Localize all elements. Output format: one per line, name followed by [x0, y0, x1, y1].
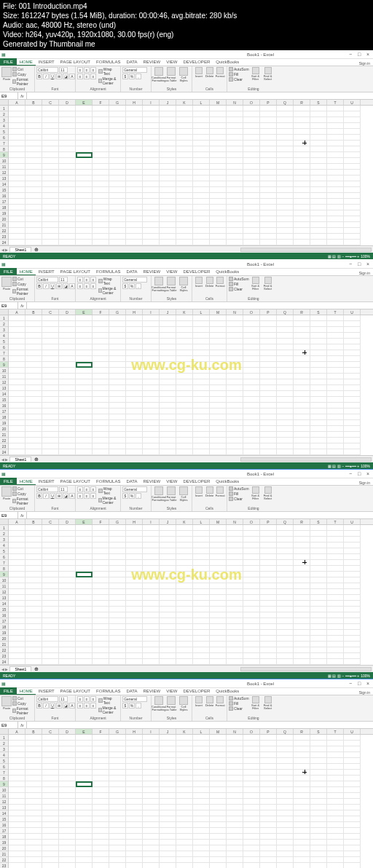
cell[interactable]	[176, 636, 193, 642]
cell[interactable]	[277, 572, 294, 577]
cell[interactable]	[344, 117, 361, 123]
cell[interactable]	[277, 449, 294, 455]
cell[interactable]	[310, 135, 327, 141]
cell[interactable]	[76, 228, 93, 234]
cell[interactable]	[42, 141, 59, 146]
cell[interactable]	[294, 397, 310, 403]
cell[interactable]	[42, 595, 59, 601]
cell[interactable]	[9, 618, 25, 624]
cell[interactable]	[126, 356, 143, 362]
cell[interactable]	[109, 187, 126, 193]
cell[interactable]	[143, 222, 160, 228]
cell[interactable]	[76, 840, 93, 845]
cell[interactable]	[143, 350, 160, 356]
cell[interactable]	[210, 146, 227, 152]
cell[interactable]	[327, 642, 344, 647]
col-header-D[interactable]: D	[59, 729, 76, 734]
cell[interactable]	[310, 537, 327, 542]
cell[interactable]	[109, 735, 126, 741]
cell[interactable]	[327, 362, 344, 368]
row-header-19[interactable]: 19	[0, 840, 8, 845]
cell[interactable]	[176, 391, 193, 397]
cell[interactable]	[9, 816, 25, 822]
col-header-C[interactable]: C	[42, 729, 59, 734]
cell[interactable]	[344, 199, 361, 205]
cell[interactable]	[160, 828, 176, 834]
cell[interactable]	[227, 822, 243, 828]
tab-page-layout[interactable]: PAGE LAYOUT	[58, 268, 93, 275]
row-header-14[interactable]: 14	[0, 391, 8, 397]
cell[interactable]	[260, 863, 277, 868]
cell[interactable]	[109, 542, 126, 548]
cell[interactable]	[109, 175, 126, 181]
cell[interactable]	[227, 117, 243, 123]
cell[interactable]	[42, 240, 59, 245]
file-tab[interactable]: FILE	[0, 268, 17, 275]
cell[interactable]	[327, 840, 344, 845]
cell[interactable]	[243, 793, 260, 799]
cell[interactable]	[76, 187, 93, 193]
col-header-O[interactable]: O	[243, 100, 260, 105]
row-header-9[interactable]: 9	[0, 152, 8, 158]
cell[interactable]	[76, 356, 93, 362]
cell[interactable]	[42, 735, 59, 741]
cell[interactable]	[344, 758, 361, 764]
cell[interactable]	[310, 863, 327, 868]
cell[interactable]	[310, 816, 327, 822]
cell[interactable]	[310, 612, 327, 618]
number-format-select[interactable]: General	[122, 277, 147, 283]
cell[interactable]	[243, 752, 260, 758]
cell[interactable]	[277, 420, 294, 426]
cell[interactable]	[310, 199, 327, 205]
cell[interactable]	[294, 193, 310, 199]
cell[interactable]	[277, 432, 294, 438]
maximize-button[interactable]: □	[356, 471, 363, 477]
align-left[interactable]: ≡	[77, 703, 83, 709]
cell[interactable]	[176, 647, 193, 653]
tab-insert[interactable]: INSERT	[36, 58, 58, 66]
cell[interactable]	[9, 414, 25, 420]
cell[interactable]	[76, 339, 93, 344]
cell[interactable]	[76, 548, 93, 554]
row-header-15[interactable]: 15	[0, 607, 8, 612]
cell[interactable]	[126, 409, 143, 414]
cell[interactable]	[210, 327, 227, 333]
col-header-C[interactable]: C	[42, 309, 59, 315]
cell[interactable]	[294, 141, 310, 146]
cell[interactable]	[126, 845, 143, 851]
cell[interactable]	[243, 350, 260, 356]
cell[interactable]	[59, 845, 76, 851]
cell[interactable]	[260, 845, 277, 851]
cell[interactable]	[143, 135, 160, 141]
cell[interactable]	[243, 146, 260, 152]
cell[interactable]	[25, 216, 42, 222]
cell[interactable]	[210, 595, 227, 601]
row-header-16[interactable]: 16	[0, 612, 8, 618]
cell[interactable]	[143, 379, 160, 385]
cell[interactable]	[227, 449, 243, 455]
cell[interactable]	[210, 234, 227, 240]
cell[interactable]	[277, 653, 294, 659]
cell[interactable]	[143, 764, 160, 770]
cell[interactable]	[344, 123, 361, 129]
cell[interactable]	[260, 787, 277, 793]
cell[interactable]	[59, 315, 76, 321]
align-bot[interactable]: ≡	[90, 67, 96, 73]
cell[interactable]	[294, 636, 310, 642]
cell[interactable]	[25, 409, 42, 414]
cell[interactable]	[76, 420, 93, 426]
cell[interactable]	[25, 758, 42, 764]
clear-button[interactable]: Clear	[229, 706, 249, 711]
cell[interactable]	[76, 566, 93, 572]
cell[interactable]	[310, 636, 327, 642]
cell[interactable]	[294, 612, 310, 618]
cell[interactable]	[344, 141, 361, 146]
col-header-G[interactable]: G	[109, 309, 126, 315]
cell[interactable]	[109, 205, 126, 210]
cell[interactable]	[176, 350, 193, 356]
cell[interactable]	[126, 799, 143, 805]
cell[interactable]	[109, 787, 126, 793]
cell[interactable]	[176, 752, 193, 758]
cell[interactable]	[93, 379, 109, 385]
cell[interactable]	[344, 350, 361, 356]
